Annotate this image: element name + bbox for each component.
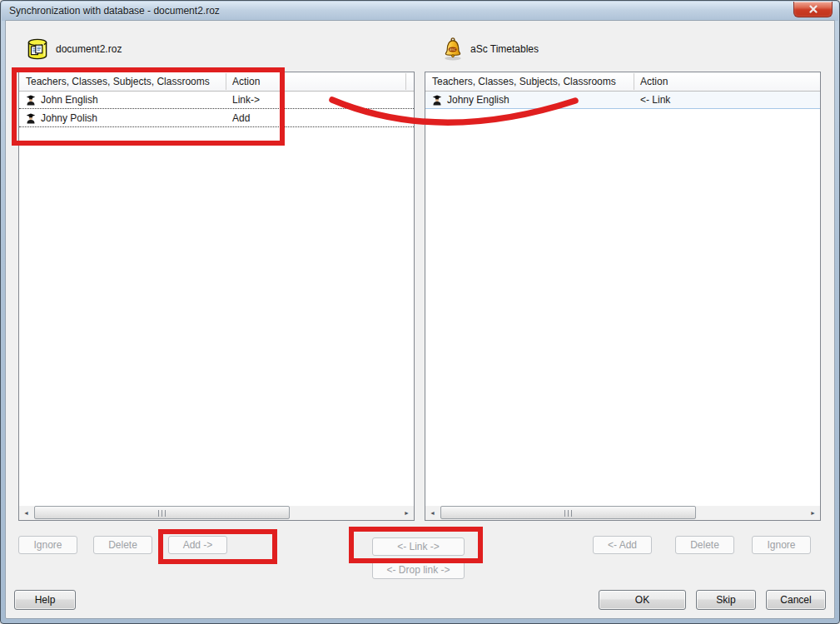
table-header-left: Teachers, Classes, Subjects, Classrooms … — [19, 72, 414, 92]
scroll-left-icon[interactable]: ◄ — [19, 506, 33, 520]
row-name: John English — [41, 92, 98, 108]
table-row-johny-polish[interactable]: Johny Polish Add — [19, 110, 414, 127]
delete-left-button[interactable]: Delete — [93, 536, 152, 554]
close-icon — [808, 5, 818, 14]
delete-right-button[interactable]: Delete — [675, 536, 734, 554]
table-header-right: Teachers, Classes, Subjects, Classrooms … — [425, 72, 820, 92]
column-divider[interactable] — [405, 73, 406, 90]
scroll-right-icon[interactable]: ► — [400, 506, 414, 520]
drop-link-button[interactable]: <- Drop link -> — [372, 561, 465, 579]
column-divider[interactable] — [226, 73, 226, 90]
link-button[interactable]: <- Link -> — [372, 537, 465, 556]
teacher-icon — [26, 112, 36, 125]
right-source-label: aSc Timetables — [470, 43, 539, 55]
skip-button[interactable]: Skip — [696, 590, 756, 610]
column-header-names[interactable]: Teachers, Classes, Subjects, Classrooms — [26, 72, 210, 91]
ok-button[interactable]: OK — [599, 590, 686, 610]
row-name: Johny English — [447, 92, 509, 108]
column-header-action[interactable]: Action — [232, 72, 260, 91]
scrollbar-thumb[interactable] — [34, 506, 290, 519]
database-icon — [25, 37, 50, 62]
horizontal-scrollbar-left[interactable]: ◄ ► — [19, 506, 414, 520]
svg-text:asc: asc — [450, 47, 456, 52]
close-button[interactable] — [793, 2, 833, 17]
scroll-left-icon[interactable]: ◄ — [425, 506, 440, 520]
sync-table-right: Teachers, Classes, Subjects, Classrooms … — [425, 72, 821, 521]
window-title: Synchronization with database - document… — [9, 2, 220, 21]
row-action: Link-> — [232, 92, 260, 108]
sync-table-left: Teachers, Classes, Subjects, Classrooms … — [18, 72, 415, 521]
row-action: Add — [232, 110, 250, 126]
row-name: Johny Polish — [41, 110, 97, 126]
help-button[interactable]: Help — [14, 590, 76, 610]
ignore-right-button[interactable]: Ignore — [752, 536, 811, 554]
bell-icon: asc — [440, 36, 466, 62]
column-divider[interactable] — [634, 73, 634, 90]
teacher-icon — [432, 94, 442, 106]
add-right-button[interactable]: Add -> — [168, 536, 227, 554]
horizontal-scrollbar-right[interactable]: ◄ ► — [425, 506, 820, 520]
scroll-right-icon[interactable]: ► — [806, 506, 820, 520]
cancel-button[interactable]: Cancel — [766, 590, 826, 610]
title-bar[interactable]: Synchronization with database - document… — [2, 2, 838, 21]
table-row-johny-english[interactable]: Johny English <- Link — [425, 92, 820, 109]
row-action: <- Link — [640, 92, 670, 108]
add-left-button[interactable]: <- Add — [593, 536, 652, 554]
table-row-john-english[interactable]: John English Link-> — [19, 92, 414, 109]
scrollbar-thumb[interactable] — [440, 506, 696, 519]
column-header-action[interactable]: Action — [640, 72, 668, 91]
teacher-icon — [26, 94, 36, 106]
column-header-names[interactable]: Teachers, Classes, Subjects, Classrooms — [432, 72, 616, 91]
left-source-label: document2.roz — [56, 43, 122, 55]
ignore-left-button[interactable]: Ignore — [18, 536, 77, 554]
